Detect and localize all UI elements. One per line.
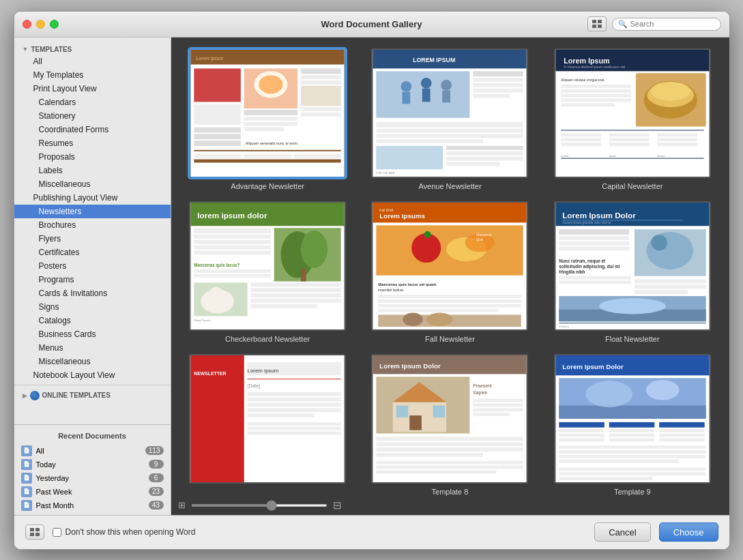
online-chevron: ▶	[23, 392, 27, 399]
sidebar-item-misc-2[interactable]: Miscellaneous	[14, 355, 171, 368]
sidebar-item-catalogs[interactable]: Catalogs	[14, 314, 171, 327]
gallery-item-9[interactable]: Lorem Ipsum Dolor	[547, 354, 718, 496]
svg-rect-185	[377, 447, 523, 452]
gallery-item-float[interactable]: Lorem Ipsum Dolor Suspendisse gravida od…	[547, 201, 718, 343]
recent-item-past-week[interactable]: 📄 Past Week 23	[14, 485, 171, 499]
gallery-label-8: Template 8	[432, 488, 469, 496]
svg-rect-204	[609, 438, 655, 441]
gallery-item-checkerboard[interactable]: lorem ipsum dolor	[182, 201, 353, 343]
view-toggle-button[interactable]	[587, 16, 607, 31]
gallery-area[interactable]: Lorem Ipsum	[171, 38, 729, 496]
search-input[interactable]	[630, 20, 719, 28]
view-large-icon[interactable]: ⊟	[333, 499, 342, 512]
svg-rect-184	[377, 442, 523, 446]
gallery-item-7[interactable]: Lorem Ipsum [Date]	[182, 354, 353, 496]
sidebar-item-all[interactable]: All	[14, 55, 171, 68]
sidebar-item-newsletters[interactable]: Newsletters	[14, 205, 171, 218]
svg-rect-197	[559, 422, 604, 427]
svg-rect-0	[592, 20, 596, 23]
svg-rect-24	[301, 113, 341, 117]
minimize-button[interactable]	[36, 20, 45, 29]
svg-text:In Vivamus eleifend ipsum vest: In Vivamus eleifend ipsum vestibulum nis…	[564, 65, 625, 69]
sidebar-item-calendars[interactable]: Calendars	[14, 95, 171, 109]
svg-rect-175	[396, 405, 409, 417]
svg-rect-209	[559, 445, 705, 449]
svg-rect-74	[609, 133, 650, 136]
svg-point-39	[441, 80, 452, 91]
sidebar-item-proposals[interactable]: Proposals	[14, 150, 171, 164]
recent-item-today[interactable]: 📄 Today 9	[14, 458, 171, 471]
maximize-button[interactable]	[50, 20, 59, 29]
sidebar-item-misc-1[interactable]: Miscellaneous	[14, 177, 171, 191]
svg-rect-25	[194, 149, 340, 151]
sidebar-item-publishing-layout-view[interactable]: Publishing Layout View	[14, 191, 171, 205]
choose-button[interactable]: Choose	[659, 522, 718, 542]
sidebar-item-resumes[interactable]: Resumes	[14, 136, 171, 150]
search-box[interactable]: 🔍	[612, 18, 721, 31]
sidebar-item-notebook-layout-view[interactable]: Notebook Layout View	[14, 368, 171, 382]
sidebar-item-brochures[interactable]: Brochures	[14, 218, 171, 232]
cancel-button[interactable]: Cancel	[594, 522, 650, 542]
svg-rect-19	[301, 68, 341, 74]
sidebar-item-flyers[interactable]: Flyers	[14, 232, 171, 246]
svg-rect-75	[609, 138, 650, 141]
sidebar-item-print-layout-view[interactable]: Print Layout View	[14, 82, 171, 95]
dont-show-checkbox-label[interactable]: Don't show this when opening Word	[53, 527, 196, 537]
svg-rect-20	[301, 75, 341, 79]
bottom-bar: Don't show this when opening Word Cancel…	[14, 515, 729, 549]
gallery-label-float: Float Newsletter	[605, 335, 659, 343]
close-button[interactable]	[23, 20, 31, 29]
recent-documents-panel: Recent Documents 📄 All 113 📄 Today 9 📄 Y…	[14, 424, 171, 515]
online-templates-section[interactable]: ▶ ONLINE TEMPLATES	[14, 388, 171, 403]
recent-item-yesterday[interactable]: 📄 Yesterday 6	[14, 471, 171, 485]
svg-rect-216	[30, 528, 34, 531]
svg-rect-181	[474, 408, 523, 411]
sidebar-item-programs[interactable]: Programs	[14, 273, 171, 286]
sidebar-item-labels[interactable]: Labels	[14, 164, 171, 177]
sidebar-item-business-cards[interactable]: Business Cards	[14, 327, 171, 341]
sidebar-item-cards-invitations[interactable]: Cards & Invitations	[14, 286, 171, 300]
svg-rect-50	[377, 145, 443, 168]
gallery-label-capital: Capital Newsletter	[602, 182, 662, 190]
svg-rect-70	[561, 130, 703, 130]
sidebar-item-coordinated-forms[interactable]: Coordinated Forms	[14, 123, 171, 136]
svg-text:NEWSLETTER: NEWSLETTER	[194, 371, 226, 376]
sidebar-item-certificates[interactable]: Certificates	[14, 246, 171, 259]
gallery-item-fall[interactable]: Fall 2016 Lorem Ipsums Maecenas Q	[364, 201, 536, 343]
svg-rect-141	[635, 284, 706, 289]
gallery-item-avenue[interactable]: LOREM IPSUM	[364, 48, 536, 190]
svg-rect-182	[474, 413, 510, 416]
recent-item-all[interactable]: 📄 All 113	[14, 444, 171, 458]
gallery-item-advantage[interactable]: Lorem Ipsum	[182, 48, 353, 190]
bottom-view-button[interactable]	[25, 525, 44, 540]
svg-rect-200	[559, 438, 604, 441]
gallery-item-8[interactable]: Lorem Ipsum Dolor Praesent	[364, 354, 536, 496]
sidebar-item-menus[interactable]: Menus	[14, 341, 171, 355]
gallery-item-capital[interactable]: Lorem Ipsum In Vivamus eleifend ipsum ve…	[547, 48, 718, 190]
svg-rect-22	[301, 85, 341, 105]
sidebar-item-my-templates[interactable]: My Templates	[14, 68, 171, 82]
sidebar-item-signs[interactable]: Signs	[14, 300, 171, 314]
zoom-slider[interactable]	[191, 504, 327, 507]
svg-rect-206	[659, 428, 705, 432]
titlebar: Word Document Gallery 🔍	[14, 12, 729, 38]
svg-text:fringilla nibh: fringilla nibh	[559, 269, 585, 274]
svg-rect-210	[559, 450, 705, 454]
svg-point-63	[650, 81, 690, 100]
gallery-label-advantage: Advantage Newsletter	[231, 182, 304, 190]
sidebar-item-posters[interactable]: Posters	[14, 259, 171, 273]
sidebar-item-stationery[interactable]: Stationery	[14, 109, 171, 123]
svg-rect-163	[248, 413, 315, 417]
svg-text:Lorem Ipsum Dolor: Lorem Ipsum Dolor	[562, 362, 624, 370]
recent-item-past-month[interactable]: 📄 Past Month 43	[14, 499, 171, 512]
svg-rect-98	[194, 274, 271, 277]
svg-rect-103	[251, 288, 341, 292]
dont-show-checkbox[interactable]	[53, 528, 61, 537]
svg-rect-72	[561, 138, 601, 141]
svg-rect-162	[248, 408, 341, 412]
svg-rect-194	[559, 405, 705, 419]
svg-point-89	[301, 231, 327, 268]
view-icon[interactable]: ⊞	[178, 500, 186, 510]
window-title: Word Document Gallery	[321, 19, 422, 29]
svg-point-127	[426, 312, 453, 326]
